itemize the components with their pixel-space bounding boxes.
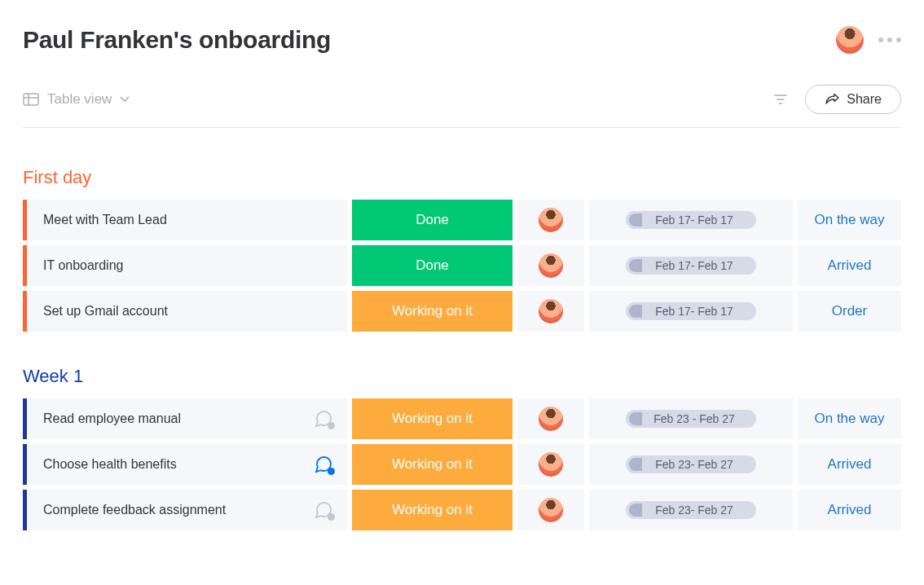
action-cell[interactable]: On the way <box>798 200 901 240</box>
date-cell[interactable]: Feb 23 - Feb 27 <box>589 398 793 439</box>
task-name: Choose health benefits <box>43 457 177 472</box>
group-title[interactable]: First day <box>23 167 901 188</box>
chat-icon[interactable] <box>313 408 334 429</box>
table-row: Read employee manual Working on it Feb 2… <box>23 398 901 439</box>
date-range: Feb 23 - Feb 27 <box>626 410 756 428</box>
person-cell[interactable] <box>517 245 584 286</box>
date-range: Feb 23- Feb 27 <box>626 501 756 519</box>
task-name: Read employee manual <box>43 411 181 426</box>
date-cell[interactable]: Feb 23- Feb 27 <box>589 490 793 530</box>
person-cell[interactable] <box>517 200 584 240</box>
date-range: Feb 17- Feb 17 <box>626 302 756 320</box>
assignee-avatar <box>539 452 563 477</box>
assignee-avatar <box>539 299 563 323</box>
task-name: Complete feedback assignment <box>43 503 226 517</box>
assignee-avatar <box>539 407 563 431</box>
action-label: Arrived <box>828 502 872 518</box>
view-label: Table view <box>47 91 112 108</box>
toolbar: Table view Share <box>23 85 901 128</box>
view-switcher[interactable]: Table view <box>23 91 130 108</box>
task-name-cell[interactable]: Set up Gmail account <box>23 291 347 332</box>
status-cell[interactable]: Working on it <box>352 444 513 485</box>
status-label: Done <box>416 212 449 228</box>
table-row: Choose health benefits Working on it Feb… <box>23 444 901 485</box>
share-icon <box>825 94 839 105</box>
table-icon <box>23 93 39 106</box>
filter-icon <box>774 94 787 105</box>
share-button[interactable]: Share <box>805 85 901 114</box>
chevron-down-icon <box>120 96 130 103</box>
person-cell[interactable] <box>517 490 584 530</box>
task-name-cell[interactable]: Meet with Team Lead <box>23 200 347 240</box>
action-cell[interactable]: Order <box>798 291 901 332</box>
task-name: IT onboarding <box>43 258 123 273</box>
share-label: Share <box>847 92 882 107</box>
svg-rect-0 <box>24 94 38 105</box>
task-name: Set up Gmail account <box>43 304 168 319</box>
status-label: Working on it <box>392 456 473 473</box>
date-cell[interactable]: Feb 17- Feb 17 <box>589 200 793 240</box>
task-name-cell[interactable]: Read employee manual <box>23 398 347 439</box>
action-cell[interactable]: Arrived <box>798 444 901 485</box>
date-range: Feb 23- Feb 27 <box>626 455 756 473</box>
action-label: On the way <box>815 411 885 427</box>
chat-icon[interactable] <box>313 454 334 475</box>
group-first-day: First day Meet with Team Lead Done Feb 1… <box>23 167 901 332</box>
task-name: Meet with Team Lead <box>43 213 167 227</box>
status-cell[interactable]: Done <box>352 200 513 240</box>
person-cell[interactable] <box>517 398 584 439</box>
date-cell[interactable]: Feb 23- Feb 27 <box>589 444 793 485</box>
table-row: Set up Gmail account Working on it Feb 1… <box>23 291 901 332</box>
status-cell[interactable]: Working on it <box>352 490 513 530</box>
action-label: Order <box>832 303 867 319</box>
chat-icon[interactable] <box>313 499 334 521</box>
more-options-button[interactable] <box>878 37 901 42</box>
assignee-avatar <box>539 208 563 232</box>
date-range: Feb 17- Feb 17 <box>626 211 756 229</box>
action-cell[interactable]: On the way <box>798 398 901 439</box>
status-cell[interactable]: Working on it <box>352 291 513 332</box>
status-label: Working on it <box>392 502 473 518</box>
header: Paul Franken's onboarding <box>23 26 901 54</box>
status-label: Working on it <box>392 303 473 319</box>
group-week1: Week 1 Read employee manual Working on i… <box>23 366 901 530</box>
person-cell[interactable] <box>517 291 584 332</box>
assignee-avatar <box>539 253 563 278</box>
group-title[interactable]: Week 1 <box>23 366 901 387</box>
task-name-cell[interactable]: IT onboarding <box>23 245 347 286</box>
status-cell[interactable]: Done <box>352 245 513 286</box>
user-avatar[interactable] <box>836 26 864 54</box>
action-label: Arrived <box>828 456 872 473</box>
status-label: Done <box>416 257 449 274</box>
action-label: Arrived <box>828 257 872 274</box>
date-cell[interactable]: Feb 17- Feb 17 <box>589 291 793 332</box>
task-name-cell[interactable]: Complete feedback assignment <box>23 490 347 530</box>
page-title: Paul Franken's onboarding <box>23 26 331 54</box>
table-row: Meet with Team Lead Done Feb 17- Feb 17 … <box>23 200 901 240</box>
status-cell[interactable]: Working on it <box>352 398 513 439</box>
filter-button[interactable] <box>774 94 787 105</box>
action-label: On the way <box>815 212 885 228</box>
status-label: Working on it <box>392 411 473 427</box>
date-range: Feb 17- Feb 17 <box>626 257 756 275</box>
task-name-cell[interactable]: Choose health benefits <box>23 444 347 485</box>
table-row: IT onboarding Done Feb 17- Feb 17 Arrive… <box>23 245 901 286</box>
person-cell[interactable] <box>517 444 584 485</box>
action-cell[interactable]: Arrived <box>798 245 901 286</box>
table-row: Complete feedback assignment Working on … <box>23 490 901 530</box>
assignee-avatar <box>539 498 563 522</box>
date-cell[interactable]: Feb 17- Feb 17 <box>589 245 793 286</box>
action-cell[interactable]: Arrived <box>798 490 901 530</box>
